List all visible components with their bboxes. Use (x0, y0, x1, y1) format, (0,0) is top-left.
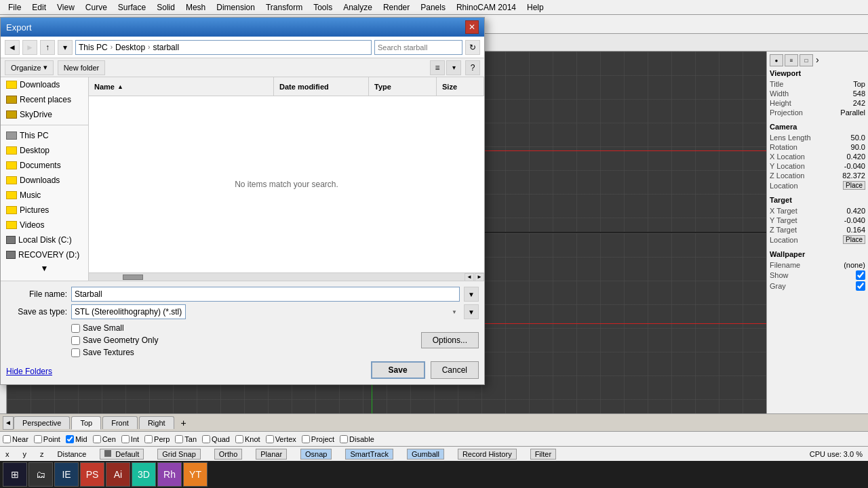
menu-solid[interactable]: Solid (151, 1, 180, 14)
save-small-checkbox[interactable] (71, 324, 80, 333)
tab-top[interactable]: Top (71, 416, 101, 430)
options-button[interactable]: Options... (421, 332, 479, 348)
snap-vertex-checkbox[interactable] (266, 435, 274, 443)
menu-edit[interactable]: Edit (26, 1, 52, 14)
add-viewport-tab[interactable]: + (176, 415, 192, 430)
col-size[interactable]: Size (437, 77, 484, 96)
taskbar-icon-8[interactable]: YT (183, 462, 208, 487)
taskbar-icon-3[interactable]: IE (54, 462, 79, 487)
snap-quad-checkbox[interactable] (202, 435, 210, 443)
menu-dimension[interactable]: Dimension (211, 1, 260, 14)
wallpaper-gray-checkbox[interactable] (856, 281, 865, 291)
menu-analyze[interactable]: Analyze (338, 1, 378, 14)
status-default-badge[interactable]: Default (100, 449, 144, 460)
nav-recent-button[interactable]: ▾ (58, 40, 73, 55)
menu-panels[interactable]: Panels (415, 1, 451, 14)
snap-int-checkbox[interactable] (121, 435, 130, 443)
col-name[interactable]: Name ▲ (89, 77, 274, 96)
dialog-sidebar-desktop[interactable]: Desktop (1, 143, 88, 158)
file-name-input[interactable] (71, 287, 460, 302)
save-textures-checkbox[interactable] (71, 348, 80, 357)
hide-folders-link[interactable]: Hide Folders (6, 367, 52, 376)
ortho-button[interactable]: Ortho (214, 449, 243, 460)
col-type[interactable]: Type (369, 77, 437, 96)
record-history-button[interactable]: Record History (458, 449, 517, 460)
cancel-button[interactable]: Cancel (431, 361, 479, 379)
dialog-sidebar-pictures[interactable]: Pictures (1, 203, 88, 218)
save-button[interactable]: Save (371, 361, 425, 379)
menu-transform[interactable]: Transform (260, 1, 308, 14)
dialog-sidebar-recent[interactable]: Recent places (1, 92, 88, 107)
dialog-sidebar-documents[interactable]: Documents (1, 158, 88, 173)
dialog-sidebar-music[interactable]: Music (1, 188, 88, 203)
snap-knot-checkbox[interactable] (235, 435, 243, 443)
tab-perspective[interactable]: Perspective (14, 416, 70, 429)
target-place-button[interactable]: Place (843, 235, 865, 244)
dialog-sidebar-skydrive[interactable]: SkyDrive (1, 107, 88, 122)
file-name-dropdown-btn[interactable]: ▼ (464, 287, 479, 302)
snap-disable-checkbox[interactable] (340, 435, 348, 443)
menu-help[interactable]: Help (521, 1, 549, 14)
dialog-close-button[interactable]: ✕ (465, 20, 479, 34)
nav-forward-button[interactable]: ► (22, 40, 37, 55)
dialog-sidebar-videos[interactable]: Videos (1, 218, 88, 232)
dialog-sidebar-downloads[interactable]: Downloads (1, 77, 88, 92)
horizontal-scrollbar[interactable]: ◄ ► (89, 272, 484, 281)
panel-tab-properties[interactable]: ● (770, 54, 783, 66)
filter-button[interactable]: Filter (530, 449, 556, 460)
tab-right[interactable]: Right (139, 416, 174, 429)
planar-button[interactable]: Planar (256, 449, 287, 460)
panel-tab-display[interactable]: □ (800, 54, 813, 66)
nav-back-button[interactable]: ◄ (5, 40, 20, 55)
save-geometry-checkbox[interactable] (71, 336, 80, 345)
dialog-sidebar-downloads2[interactable]: Downloads (1, 173, 88, 188)
save-type-dropdown[interactable]: STL (Stereolithography) (*.stl) OBJ (*.o… (71, 304, 186, 319)
taskbar-icon-5[interactable]: Ai (106, 462, 130, 487)
snap-near-checkbox[interactable] (3, 435, 11, 443)
menu-curve[interactable]: Curve (80, 1, 113, 14)
menu-render[interactable]: Render (378, 1, 415, 14)
camera-place-button[interactable]: Place (843, 181, 865, 190)
view-dropdown-button[interactable]: ▾ (446, 60, 461, 75)
search-input[interactable] (374, 40, 462, 55)
taskbar-icon-6[interactable]: 3D (132, 462, 156, 487)
dialog-help-button[interactable]: ? (465, 60, 480, 75)
scroll-left-btn[interactable]: ◄ (465, 273, 474, 281)
new-folder-button[interactable]: New folder (58, 60, 106, 75)
menu-view[interactable]: View (52, 1, 80, 14)
snap-tan-checkbox[interactable] (175, 435, 183, 443)
sidebar-scroll-down[interactable]: ▼ (1, 262, 88, 274)
snap-mid-checkbox[interactable] (66, 435, 74, 443)
snap-point-checkbox[interactable] (34, 435, 42, 443)
save-type-dropdown-btn[interactable]: ▼ (464, 304, 479, 319)
grid-snap-button[interactable]: Grid Snap (157, 449, 201, 460)
organize-button[interactable]: Organize ▾ (5, 60, 54, 75)
menu-surface[interactable]: Surface (113, 1, 151, 14)
gumball-button[interactable]: Gumball (407, 449, 444, 460)
dialog-sidebar-recovery[interactable]: RECOVERY (D:) (1, 247, 88, 262)
nav-up-button[interactable]: ↑ (40, 40, 55, 55)
taskbar-icon-1[interactable]: ⊞ (3, 462, 27, 487)
panel-tab-layers[interactable]: ≡ (785, 54, 798, 66)
snap-cen-checkbox[interactable] (93, 435, 101, 443)
menu-rhinocam[interactable]: RhinoCAM 2014 (451, 1, 521, 14)
menu-mesh[interactable]: Mesh (180, 1, 211, 14)
col-date-modified[interactable]: Date modified (274, 77, 369, 96)
refresh-button[interactable]: ↻ (465, 40, 480, 55)
taskbar-icon-4[interactable]: PS (80, 462, 104, 487)
tab-front[interactable]: Front (102, 416, 138, 429)
taskbar-icon-7[interactable]: Rh (157, 462, 182, 487)
smart-track-button[interactable]: SmartTrack (345, 449, 393, 460)
viewport-tab-toggle[interactable]: ◄ (3, 416, 14, 430)
osnap-button[interactable]: Osnap (300, 449, 332, 460)
panel-expand-icon[interactable]: › (814, 54, 821, 66)
snap-perp-checkbox[interactable] (144, 435, 153, 443)
taskbar-icon-2[interactable]: 🗂 (28, 462, 53, 487)
wallpaper-show-checkbox[interactable] (856, 270, 865, 280)
address-path[interactable]: This PC › Desktop › starball (75, 40, 372, 55)
menu-tools[interactable]: Tools (308, 1, 338, 14)
dialog-sidebar-thispc[interactable]: This PC (1, 128, 88, 143)
dialog-sidebar-local-disk[interactable]: Local Disk (C:) (1, 232, 88, 247)
menu-file[interactable]: File (3, 1, 26, 14)
scrollbar-thumb[interactable] (123, 274, 143, 280)
